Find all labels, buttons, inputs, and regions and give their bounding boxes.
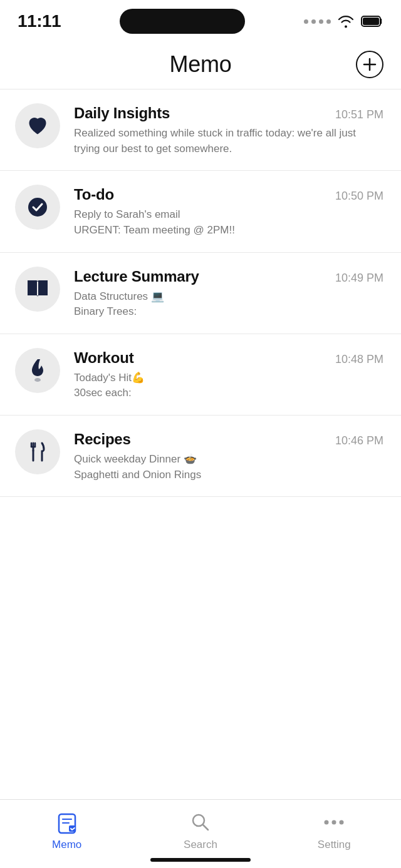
memo-time-workout: 10:48 PM: [335, 353, 383, 366]
memo-icon-workout: [15, 348, 60, 393]
memo-icon-todo: [15, 185, 60, 230]
tab-search[interactable]: Search: [169, 810, 232, 851]
memo-preview-recipes: Quick weekday Dinner 🍲Spaghetti and Onio…: [74, 452, 383, 483]
memo-content-lecture-summary: Lecture Summary 10:49 PM Data Structures…: [74, 267, 383, 320]
memo-content-workout: Workout 10:48 PM Todady's Hit💪30sec each…: [74, 348, 383, 401]
page-title: Memo: [170, 51, 232, 78]
status-icons: [304, 14, 383, 28]
status-time: 11:11: [18, 11, 61, 31]
dynamic-island: [120, 9, 245, 34]
svg-point-19: [332, 820, 336, 825]
signal-icon: [304, 19, 331, 24]
memo-tab-label: Memo: [52, 839, 81, 851]
search-tab-label: Search: [184, 839, 217, 851]
add-memo-button[interactable]: [356, 51, 383, 78]
svg-line-17: [203, 825, 208, 830]
svg-point-4: [28, 198, 47, 217]
svg-rect-1: [363, 18, 379, 25]
memo-item-workout[interactable]: Workout 10:48 PM Todady's Hit💪30sec each…: [0, 334, 401, 416]
memo-title-recipes: Recipes: [74, 431, 131, 448]
memo-title-lecture-summary: Lecture Summary: [74, 268, 199, 285]
memo-time-daily-insights: 10:51 PM: [335, 108, 383, 121]
memo-title-daily-insights: Daily Insights: [74, 105, 170, 122]
memo-icon-daily-insights: [15, 103, 60, 148]
memo-preview-lecture-summary: Data Structures 💻Binary Trees:: [74, 289, 383, 320]
tab-setting[interactable]: Setting: [303, 810, 365, 851]
memo-item-lecture-summary[interactable]: Lecture Summary 10:49 PM Data Structures…: [0, 253, 401, 334]
memo-item-daily-insights[interactable]: Daily Insights 10:51 PM Realized somethi…: [0, 89, 401, 171]
battery-icon: [361, 15, 383, 28]
memo-item-todo[interactable]: To-do 10:50 PM Reply to Sarah's emailURG…: [0, 171, 401, 252]
memo-list: Daily Insights 10:51 PM Realized somethi…: [0, 89, 401, 868]
memo-time-todo: 10:50 PM: [335, 190, 383, 203]
status-bar: 11:11: [0, 0, 401, 34]
home-indicator: [150, 858, 251, 862]
memo-title-todo: To-do: [74, 186, 114, 203]
memo-title-workout: Workout: [74, 349, 133, 367]
memo-time-recipes: 10:46 PM: [335, 434, 383, 447]
header: Memo: [0, 34, 401, 89]
setting-tab-icon: [321, 810, 346, 835]
memo-preview-todo: Reply to Sarah's emailURGENT: Team meeti…: [74, 207, 383, 238]
memo-time-lecture-summary: 10:49 PM: [335, 272, 383, 285]
memo-icon-lecture-summary: [15, 267, 60, 312]
svg-point-20: [340, 820, 344, 825]
svg-point-18: [325, 820, 329, 825]
memo-tab-icon: [55, 810, 80, 835]
memo-content-todo: To-do 10:50 PM Reply to Sarah's emailURG…: [74, 185, 383, 238]
tab-memo[interactable]: Memo: [36, 810, 98, 851]
memo-item-recipes[interactable]: Recipes 10:46 PM Quick weekday Dinner 🍲S…: [0, 416, 401, 497]
memo-preview-daily-insights: Realized something while stuck in traffi…: [74, 126, 383, 156]
setting-tab-label: Setting: [318, 839, 351, 851]
wifi-icon: [337, 14, 355, 28]
memo-content-daily-insights: Daily Insights 10:51 PM Realized somethi…: [74, 103, 383, 156]
search-tab-icon: [188, 810, 213, 835]
svg-point-6: [34, 378, 41, 382]
memo-preview-workout: Todady's Hit💪30sec each:: [74, 370, 383, 401]
memo-content-recipes: Recipes 10:46 PM Quick weekday Dinner 🍲S…: [74, 429, 383, 483]
memo-icon-recipes: [15, 429, 60, 474]
